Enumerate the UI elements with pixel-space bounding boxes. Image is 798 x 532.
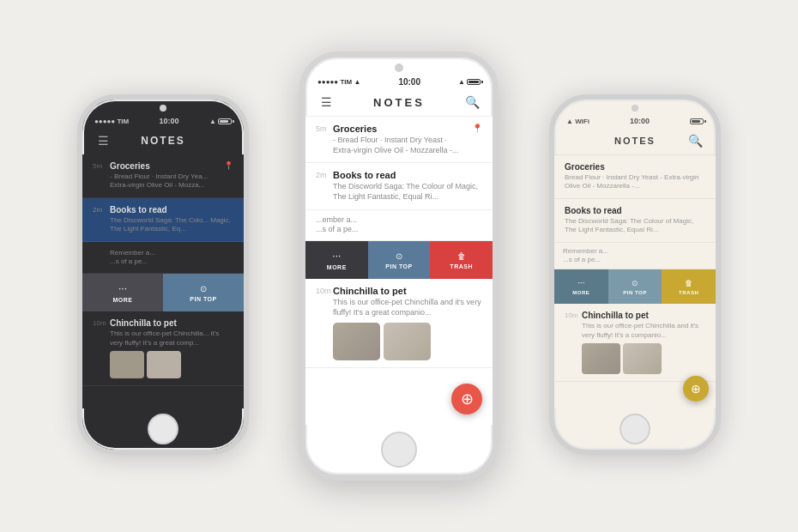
pin-icon-left: 📍 xyxy=(224,161,233,190)
phone-center: ●●●●● TIM ▲ 10:00 ▲ ☰ NOTES 🔍 5m Groceri… xyxy=(299,51,499,481)
phone-right: ▲ WiFi 10:00 NOTES 🔍 Groceries Bread Flo… xyxy=(549,94,721,455)
menu-icon-left[interactable]: ☰ xyxy=(94,134,112,148)
icons-center: ▲ xyxy=(458,78,481,86)
trash-btn-right[interactable]: 🗑 TRASH xyxy=(662,269,716,304)
header-center: ☰ NOTES 🔍 xyxy=(305,90,493,117)
header-left: ☰ NOTES xyxy=(82,129,244,154)
more-btn-right[interactable]: ··· MORE xyxy=(554,269,608,304)
fab-right[interactable]: ⊕ xyxy=(683,376,709,402)
note-chinchilla-left[interactable]: 10m Chinchilla to pet This is our office… xyxy=(82,311,244,386)
camera-left xyxy=(160,105,166,112)
carrier-right: ▲ WiFi xyxy=(566,118,589,125)
app-title-left: NOTES xyxy=(112,135,215,147)
trash-btn-center[interactable]: 🗑 TRASH xyxy=(430,241,493,279)
phone-left: ●●●●● TIM 10:00 ▲ ☰ NOTES 5m Groceries -… xyxy=(77,94,249,455)
time-right: 10:00 xyxy=(630,117,650,125)
note-books-left[interactable]: 2m Books to read The Discworld Saga: The… xyxy=(82,198,244,242)
swipe-actions-center: ··· MORE ⊙ PIN TOP 🗑 TRASH xyxy=(305,241,493,279)
note-chinchilla-right[interactable]: 10m Chinchilla to pet This is our office… xyxy=(554,304,716,382)
thumb-1-center xyxy=(333,323,380,360)
time-center: 10:00 xyxy=(398,77,420,87)
pintop-btn-right[interactable]: ⊙ PIN TOP xyxy=(608,269,662,304)
search-icon-center[interactable]: 🔍 xyxy=(463,95,481,109)
icons-right xyxy=(690,118,704,124)
more-btn-center[interactable]: ··· MORE xyxy=(305,241,368,279)
time-left: 10:00 xyxy=(160,117,179,125)
carrier-center: ●●●●● TIM ▲ xyxy=(317,78,360,86)
app-title-center: NOTES xyxy=(335,96,463,109)
note-list-left: 5m Groceries - Bread Flour · Instant Dry… xyxy=(82,154,244,408)
carrier-left: ●●●●● TIM xyxy=(94,118,129,125)
note-books-center[interactable]: 2m Books to read The Discworld Saga: The… xyxy=(305,163,493,209)
scene: ●●●●● TIM 10:00 ▲ ☰ NOTES 5m Groceries -… xyxy=(30,17,768,515)
status-bar-center: ●●●●● TIM ▲ 10:00 ▲ xyxy=(305,72,493,90)
camera-center xyxy=(395,63,403,72)
menu-icon-center[interactable]: ☰ xyxy=(317,95,335,109)
icons-left: ▲ xyxy=(209,118,232,125)
note-list-center: 5m Groceries - Bread Flour · Instant Dry… xyxy=(305,117,493,425)
pintop-btn-center[interactable]: ⊙ PIN TOP xyxy=(368,241,431,279)
note-groceries-right[interactable]: Groceries Bread Flour · Instant Dry Yeas… xyxy=(554,155,716,199)
pin-icon-center: 📍 xyxy=(472,124,482,155)
thumb-1-right xyxy=(582,343,620,374)
home-button-center[interactable] xyxy=(381,432,417,468)
note-books-right[interactable]: Books to read The Discworld Saga: The Co… xyxy=(554,199,716,243)
note-groceries-left[interactable]: 5m Groceries - Bread Flour · Instant Dry… xyxy=(82,154,244,198)
pintop-btn-left[interactable]: ⊙ PIN TOP xyxy=(163,274,244,311)
thumb-2-left xyxy=(147,351,181,378)
search-icon-right[interactable]: 🔍 xyxy=(686,134,704,148)
note-remember-center: ...ember a... ...s of a pe... ··· MORE ⊙… xyxy=(305,210,493,279)
thumb-1-left xyxy=(110,351,144,378)
home-button-left[interactable] xyxy=(148,414,178,444)
note-list-right: Groceries Bread Flour · Instant Dry Yeas… xyxy=(554,155,716,408)
thumb-2-center xyxy=(384,323,431,360)
swipe-actions-right: ··· MORE ⊙ PIN TOP 🗑 TRASH xyxy=(554,269,716,304)
more-btn-left[interactable]: ··· MORE xyxy=(82,274,163,311)
note-remember-left: Remember a... ...s of a pe... ··· MORE ⊙… xyxy=(82,242,244,312)
status-bar-left: ●●●●● TIM 10:00 ▲ xyxy=(82,112,244,129)
status-bar-right: ▲ WiFi 10:00 xyxy=(554,112,716,129)
note-groceries-center[interactable]: 5m Groceries - Bread Flour · Instant Dry… xyxy=(305,117,493,163)
swipe-actions-left: ··· MORE ⊙ PIN TOP xyxy=(82,274,244,311)
note-chinchilla-center[interactable]: 10m Chinchilla to pet This is our office… xyxy=(305,279,493,367)
home-button-right[interactable] xyxy=(620,414,650,444)
fab-center[interactable]: ⊕ xyxy=(451,384,482,414)
thumb-2-right xyxy=(623,343,662,374)
camera-right xyxy=(632,105,638,112)
header-right: NOTES 🔍 xyxy=(554,129,716,155)
note-remember-right: Remember a... ...s of a pe... ··· MORE ⊙… xyxy=(554,243,716,305)
app-title-right: NOTES xyxy=(583,136,686,146)
